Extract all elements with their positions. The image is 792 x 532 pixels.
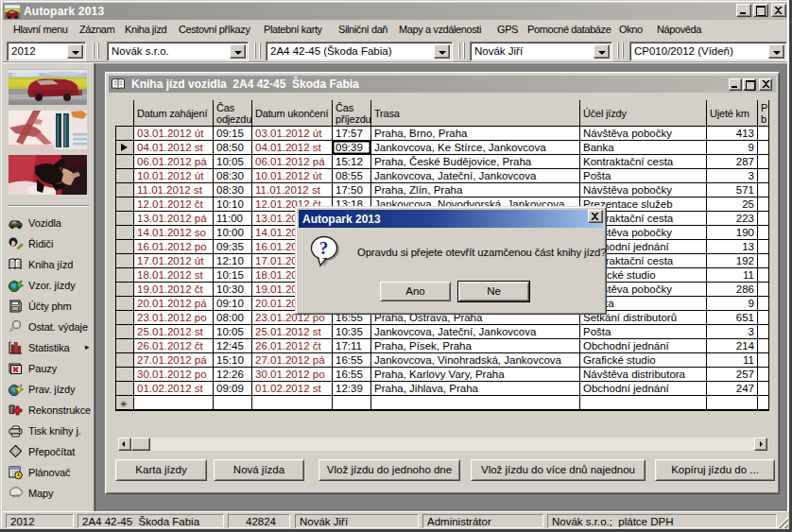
svg-text:?: ? bbox=[319, 238, 329, 258]
